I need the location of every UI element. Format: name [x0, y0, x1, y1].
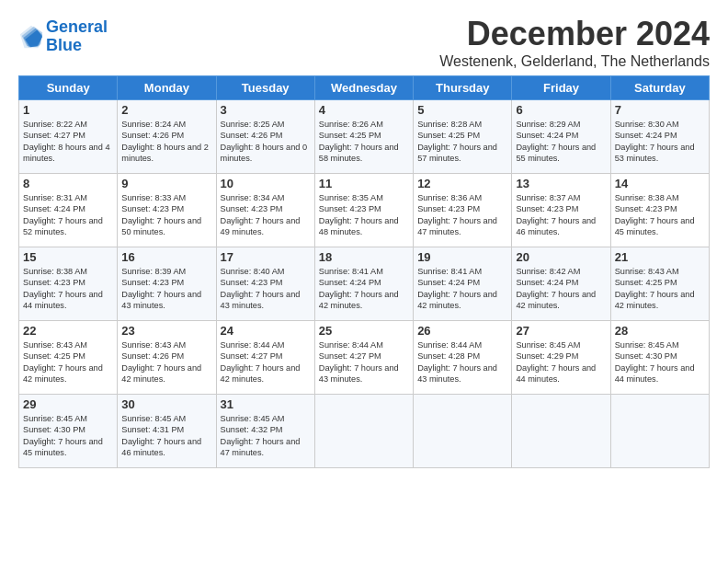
cell-content: Sunrise: 8:43 AM Sunset: 4:25 PM Dayligh… [23, 339, 113, 385]
cell-content: Sunrise: 8:24 AM Sunset: 4:26 PM Dayligh… [121, 119, 211, 165]
table-row [610, 395, 709, 468]
cell-content: Sunrise: 8:38 AM Sunset: 4:23 PM Dayligh… [615, 192, 705, 238]
logo: General Blue [18, 18, 108, 55]
table-row: 7 Sunrise: 8:30 AM Sunset: 4:24 PM Dayli… [610, 100, 709, 174]
cell-content: Sunrise: 8:25 AM Sunset: 4:26 PM Dayligh… [221, 119, 311, 165]
table-row: 26 Sunrise: 8:44 AM Sunset: 4:28 PM Dayl… [414, 321, 512, 395]
table-row: 5 Sunrise: 8:28 AM Sunset: 4:25 PM Dayli… [414, 100, 512, 174]
table-row: 11 Sunrise: 8:35 AM Sunset: 4:23 PM Dayl… [314, 174, 413, 247]
table-row: 17 Sunrise: 8:40 AM Sunset: 4:23 PM Dayl… [216, 247, 314, 321]
cell-content: Sunrise: 8:45 AM Sunset: 4:30 PM Dayligh… [615, 339, 705, 385]
table-row: 13 Sunrise: 8:37 AM Sunset: 4:23 PM Dayl… [512, 174, 610, 247]
calendar-week-3: 15 Sunrise: 8:38 AM Sunset: 4:23 PM Dayl… [19, 247, 710, 321]
day-number: 31 [221, 397, 311, 411]
day-number: 2 [121, 103, 211, 117]
day-number: 1 [23, 103, 113, 117]
day-number: 16 [121, 250, 211, 264]
table-row [512, 395, 610, 468]
cell-content: Sunrise: 8:45 AM Sunset: 4:29 PM Dayligh… [516, 339, 606, 385]
col-tuesday: Tuesday [216, 76, 314, 100]
cell-content: Sunrise: 8:37 AM Sunset: 4:23 PM Dayligh… [516, 192, 606, 238]
cell-content: Sunrise: 8:31 AM Sunset: 4:24 PM Dayligh… [23, 192, 113, 238]
table-row: 30 Sunrise: 8:45 AM Sunset: 4:31 PM Dayl… [118, 395, 216, 468]
table-row: 24 Sunrise: 8:44 AM Sunset: 4:27 PM Dayl… [216, 321, 314, 395]
logo-text: General Blue [46, 18, 108, 55]
day-number: 15 [23, 250, 113, 264]
cell-content: Sunrise: 8:34 AM Sunset: 4:23 PM Dayligh… [221, 192, 311, 238]
cell-content: Sunrise: 8:45 AM Sunset: 4:32 PM Dayligh… [221, 413, 311, 459]
table-row: 19 Sunrise: 8:41 AM Sunset: 4:24 PM Dayl… [414, 247, 512, 321]
table-row: 1 Sunrise: 8:22 AM Sunset: 4:27 PM Dayli… [19, 100, 118, 174]
day-number: 11 [319, 177, 409, 190]
table-row: 21 Sunrise: 8:43 AM Sunset: 4:25 PM Dayl… [610, 247, 709, 321]
table-row: 3 Sunrise: 8:25 AM Sunset: 4:26 PM Dayli… [216, 100, 314, 174]
table-row [414, 395, 512, 468]
table-row: 14 Sunrise: 8:38 AM Sunset: 4:23 PM Dayl… [610, 174, 709, 247]
calendar-week-1: 1 Sunrise: 8:22 AM Sunset: 4:27 PM Dayli… [19, 100, 710, 174]
day-number: 3 [221, 103, 311, 117]
day-number: 10 [221, 177, 311, 190]
day-number: 6 [516, 103, 606, 117]
table-row: 27 Sunrise: 8:45 AM Sunset: 4:29 PM Dayl… [512, 321, 610, 395]
cell-content: Sunrise: 8:44 AM Sunset: 4:27 PM Dayligh… [221, 339, 311, 385]
table-row: 4 Sunrise: 8:26 AM Sunset: 4:25 PM Dayli… [314, 100, 413, 174]
day-number: 17 [221, 250, 311, 264]
day-number: 23 [121, 324, 211, 338]
cell-content: Sunrise: 8:33 AM Sunset: 4:23 PM Dayligh… [121, 192, 211, 238]
table-row: 23 Sunrise: 8:43 AM Sunset: 4:26 PM Dayl… [118, 321, 216, 395]
col-monday: Monday [118, 76, 216, 100]
logo-blue: Blue [46, 36, 82, 54]
main-title: December 2024 [439, 15, 710, 53]
table-row: 8 Sunrise: 8:31 AM Sunset: 4:24 PM Dayli… [19, 174, 118, 247]
calendar-week-2: 8 Sunrise: 8:31 AM Sunset: 4:24 PM Dayli… [19, 174, 710, 247]
day-number: 21 [615, 250, 705, 264]
day-number: 30 [121, 397, 211, 411]
table-row: 10 Sunrise: 8:34 AM Sunset: 4:23 PM Dayl… [216, 174, 314, 247]
day-number: 14 [615, 177, 705, 190]
col-thursday: Thursday [414, 76, 512, 100]
table-row: 12 Sunrise: 8:36 AM Sunset: 4:23 PM Dayl… [414, 174, 512, 247]
cell-content: Sunrise: 8:22 AM Sunset: 4:27 PM Dayligh… [23, 119, 113, 165]
table-row: 31 Sunrise: 8:45 AM Sunset: 4:32 PM Dayl… [216, 395, 314, 468]
table-row: 16 Sunrise: 8:39 AM Sunset: 4:23 PM Dayl… [118, 247, 216, 321]
cell-content: Sunrise: 8:41 AM Sunset: 4:24 PM Dayligh… [417, 266, 507, 312]
day-number: 9 [121, 177, 211, 190]
calendar-table: Sunday Monday Tuesday Wednesday Thursday… [18, 75, 710, 468]
day-number: 18 [319, 250, 409, 264]
page: General Blue December 2024 Westenenk, Ge… [0, 0, 728, 477]
table-row: 20 Sunrise: 8:42 AM Sunset: 4:24 PM Dayl… [512, 247, 610, 321]
table-row: 25 Sunrise: 8:44 AM Sunset: 4:27 PM Dayl… [314, 321, 413, 395]
cell-content: Sunrise: 8:43 AM Sunset: 4:26 PM Dayligh… [121, 339, 211, 385]
cell-content: Sunrise: 8:36 AM Sunset: 4:23 PM Dayligh… [417, 192, 507, 238]
day-number: 13 [516, 177, 606, 190]
cell-content: Sunrise: 8:45 AM Sunset: 4:30 PM Dayligh… [23, 413, 113, 459]
col-wednesday: Wednesday [314, 76, 413, 100]
cell-content: Sunrise: 8:39 AM Sunset: 4:23 PM Dayligh… [121, 266, 211, 312]
day-number: 19 [417, 250, 507, 264]
cell-content: Sunrise: 8:42 AM Sunset: 4:24 PM Dayligh… [516, 266, 606, 312]
cell-content: Sunrise: 8:40 AM Sunset: 4:23 PM Dayligh… [221, 266, 311, 312]
title-area: December 2024 Westenenk, Gelderland, The… [439, 15, 710, 70]
table-row: 6 Sunrise: 8:29 AM Sunset: 4:24 PM Dayli… [512, 100, 610, 174]
cell-content: Sunrise: 8:38 AM Sunset: 4:23 PM Dayligh… [23, 266, 113, 312]
table-row: 18 Sunrise: 8:41 AM Sunset: 4:24 PM Dayl… [314, 247, 413, 321]
table-row: 2 Sunrise: 8:24 AM Sunset: 4:26 PM Dayli… [118, 100, 216, 174]
cell-content: Sunrise: 8:35 AM Sunset: 4:23 PM Dayligh… [319, 192, 409, 238]
cell-content: Sunrise: 8:28 AM Sunset: 4:25 PM Dayligh… [417, 119, 507, 165]
day-number: 7 [615, 103, 705, 117]
cell-content: Sunrise: 8:30 AM Sunset: 4:24 PM Dayligh… [615, 119, 705, 165]
table-row [314, 395, 413, 468]
cell-content: Sunrise: 8:26 AM Sunset: 4:25 PM Dayligh… [319, 119, 409, 165]
day-number: 4 [319, 103, 409, 117]
header: General Blue December 2024 Westenenk, Ge… [18, 15, 710, 70]
cell-content: Sunrise: 8:43 AM Sunset: 4:25 PM Dayligh… [615, 266, 705, 312]
day-number: 5 [417, 103, 507, 117]
table-row: 28 Sunrise: 8:45 AM Sunset: 4:30 PM Dayl… [610, 321, 709, 395]
day-number: 28 [615, 324, 705, 338]
table-row: 29 Sunrise: 8:45 AM Sunset: 4:30 PM Dayl… [19, 395, 118, 468]
day-number: 24 [221, 324, 311, 338]
table-row: 9 Sunrise: 8:33 AM Sunset: 4:23 PM Dayli… [118, 174, 216, 247]
cell-content: Sunrise: 8:29 AM Sunset: 4:24 PM Dayligh… [516, 119, 606, 165]
calendar-week-4: 22 Sunrise: 8:43 AM Sunset: 4:25 PM Dayl… [19, 321, 710, 395]
calendar-week-5: 29 Sunrise: 8:45 AM Sunset: 4:30 PM Dayl… [19, 395, 710, 468]
